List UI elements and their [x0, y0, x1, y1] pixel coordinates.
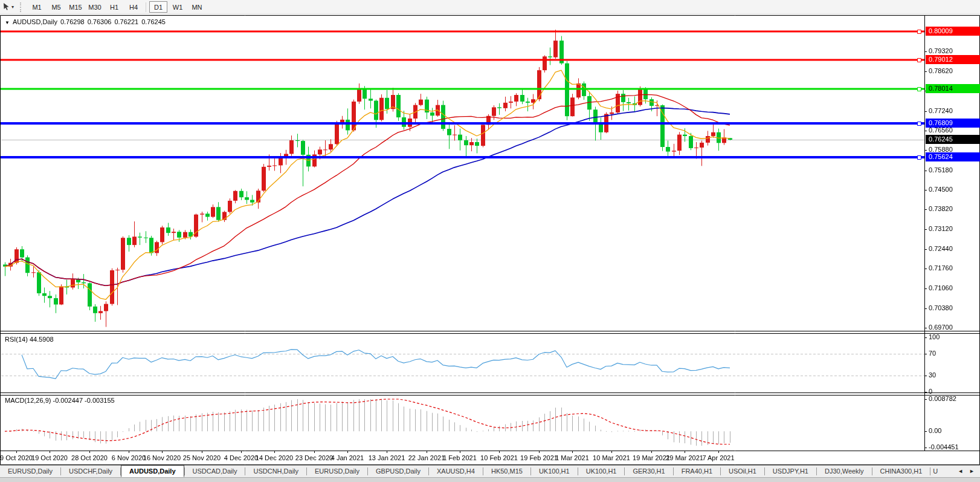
- tab-scroll-controls: ◄ ►: [955, 465, 980, 477]
- date-axis-label: 16 Nov 2020: [143, 454, 181, 461]
- date-axis-label: 23 Dec 2020: [295, 454, 333, 461]
- timeframe-toolbar: ▾ M1M5M15M30H1H4D1W1MN: [0, 0, 980, 15]
- timeframe-button-d1[interactable]: D1: [149, 1, 167, 13]
- date-axis-label: 19 Feb 2021: [520, 454, 558, 461]
- price-axis-label: 0.73120: [929, 225, 953, 232]
- timeframe-button-w1[interactable]: W1: [169, 1, 187, 13]
- chart-tab-bar: EURUSD,DailyUSDCHF,DailyAUDUSD,DailyUSDC…: [0, 465, 980, 477]
- date-axis-label: 4 Dec 2020: [224, 454, 258, 461]
- date-axis-label: 13 Jan 2021: [369, 454, 405, 461]
- timeframe-button-h1[interactable]: H1: [105, 1, 123, 13]
- price-axis-label: 0.69700: [929, 324, 953, 331]
- date-axis-label: 19 Mar 2021: [633, 454, 670, 461]
- price-line-badge: 0.76809: [926, 119, 980, 128]
- collapse-caret-icon[interactable]: ▼: [5, 20, 10, 25]
- price-axis-label: 0.70380: [929, 304, 953, 311]
- high-value: 0.76306: [88, 18, 112, 25]
- chart-tab-xauusd-h4[interactable]: XAUUSD,H4: [429, 466, 483, 477]
- price-axis-label: 0.79320: [929, 47, 953, 54]
- date-axis-label: 10 Feb 2021: [480, 454, 518, 461]
- date-axis-label: 7 Apr 2021: [702, 454, 734, 461]
- chart-tab-usdcad-daily[interactable]: USDCAD,Daily: [185, 466, 245, 477]
- macd-axis-label: -0.004451: [929, 443, 959, 451]
- date-axis-label: 1 Feb 2021: [443, 454, 477, 461]
- chart-tab-u[interactable]: U: [930, 466, 943, 477]
- price-axis-label: 0.72440: [929, 245, 953, 252]
- toolbar-separator: [146, 2, 146, 12]
- price-axis-label: 0.71760: [929, 264, 953, 272]
- chart-tab-hk50-m15[interactable]: HK50,M15: [483, 466, 530, 477]
- macd-axis-label: 0.008782: [929, 395, 956, 402]
- rsi-axis-label: 100: [929, 333, 940, 340]
- symbol-period-label: AUDUSD,Daily: [13, 18, 57, 25]
- price-line-badge: 0.75624: [926, 152, 980, 161]
- macd-indicator-label: MACD(12,26,9) -0.002447 -0.003155: [5, 397, 115, 404]
- timeframe-button-m30[interactable]: M30: [86, 1, 104, 13]
- chart-tab-eurusd-daily[interactable]: EURUSD,Daily: [0, 466, 60, 477]
- date-axis-label: 28 Oct 2020: [71, 454, 108, 461]
- rsi-axis-label: 0: [929, 388, 932, 395]
- chart-tab-gbpusd-daily[interactable]: GBPUSD,Daily: [368, 466, 428, 477]
- date-axis-label: 1 Mar 2021: [555, 454, 589, 461]
- price-axis-label: 0.75180: [929, 166, 953, 174]
- timeframe-button-h4[interactable]: H4: [124, 1, 143, 13]
- chevron-down-icon[interactable]: ▾: [11, 4, 14, 10]
- price-line-badge: 0.80009: [926, 27, 980, 36]
- close-value: 0.76245: [141, 18, 166, 25]
- chart-tab-usoil-h1[interactable]: USOil,H1: [721, 466, 764, 477]
- rsi-axis-label: 70: [929, 350, 936, 357]
- chart-tool-group[interactable]: ▾: [0, 2, 16, 11]
- current-price-badge: 0.76245: [926, 135, 980, 144]
- toolbar-grip[interactable]: [20, 2, 22, 12]
- timeframe-buttons: M1M5M15M30H1H4D1W1MN: [27, 1, 207, 13]
- low-value: 0.76221: [114, 18, 138, 25]
- tab-scroll-right-icon[interactable]: ►: [966, 468, 978, 474]
- chart-tab-usdchf-daily[interactable]: USDCHF,Daily: [61, 466, 120, 477]
- chart-tab-ger30-h1[interactable]: GER30,H1: [625, 466, 672, 477]
- date-axis-label: 6 Nov 2020: [112, 454, 146, 461]
- date-axis-label: 4 Jan 2021: [331, 454, 364, 461]
- price-axis-label: 0.78620: [929, 67, 953, 74]
- price-line-badge: 0.79012: [926, 55, 980, 64]
- cursor-arrow-icon[interactable]: [2, 2, 10, 11]
- date-axis-label: 29 Mar 2021: [666, 454, 703, 461]
- chart-tabs: EURUSD,DailyUSDCHF,DailyAUDUSD,DailyUSDC…: [0, 465, 943, 477]
- date-axis-label: 19 Oct 2020: [31, 454, 68, 461]
- chart-tab-dj30-weekly[interactable]: DJ30,Weekly: [817, 466, 872, 477]
- timeframe-button-mn[interactable]: MN: [188, 1, 206, 13]
- price-axis-label: 0.74500: [929, 186, 953, 193]
- chart-tab-uk100-h1[interactable]: UK100,H1: [531, 466, 578, 477]
- chart-tab-uk100-h1[interactable]: UK100,H1: [578, 466, 625, 477]
- macd-axis-label: 0.00: [929, 427, 941, 434]
- date-axis-label: 25 Nov 2020: [183, 454, 221, 461]
- rsi-indicator-label: RSI(14) 44.5908: [5, 336, 54, 343]
- date-axis-label: 9 Oct 2020: [0, 454, 33, 461]
- status-bar: [0, 477, 980, 482]
- chart-tab-usdcnh-daily[interactable]: USDCNH,Daily: [245, 466, 306, 477]
- timeframe-button-m1[interactable]: M1: [28, 1, 46, 13]
- price-chart-canvas[interactable]: [0, 15, 980, 465]
- price-axis-label: 0.73820: [929, 205, 953, 212]
- tab-scroll-left-icon[interactable]: ◄: [955, 468, 966, 474]
- chart-tab-fra40-h1[interactable]: FRA40,H1: [674, 466, 720, 477]
- price-line-badge: 0.78014: [926, 84, 980, 93]
- open-value: 0.76298: [60, 18, 85, 25]
- chart-tab-usdjpy-h1[interactable]: USDJPY,H1: [765, 466, 816, 477]
- rsi-axis-label: 30: [929, 371, 936, 379]
- price-axis-label: 0.71060: [929, 284, 953, 291]
- chart-title: ▼AUDUSD,Daily0.762980.763060.762210.7624…: [5, 18, 166, 25]
- date-axis-label: 14 Dec 2020: [256, 454, 293, 461]
- price-axis-label: 0.77240: [929, 107, 953, 114]
- date-axis-label: 10 Mar 2021: [593, 454, 630, 461]
- timeframe-button-m5[interactable]: M5: [47, 1, 65, 13]
- date-axis-label: 22 Jan 2021: [408, 454, 445, 461]
- chart-tab-audusd-daily[interactable]: AUDUSD,Daily: [121, 465, 184, 477]
- timeframe-button-m15[interactable]: M15: [66, 1, 85, 13]
- chart-tab-china300-h1[interactable]: CHINA300,H1: [872, 466, 930, 477]
- chart-window: ▼AUDUSD,Daily0.762980.763060.762210.7624…: [0, 15, 980, 465]
- chart-tab-eurusd-daily[interactable]: EURUSD,Daily: [307, 466, 367, 477]
